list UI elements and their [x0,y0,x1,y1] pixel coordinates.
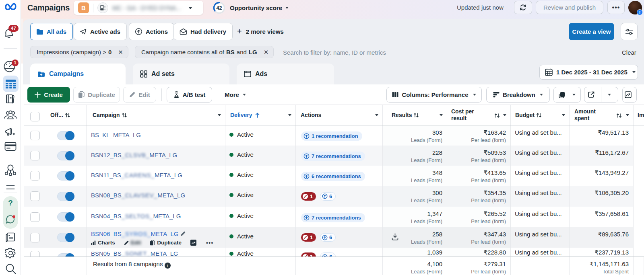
svg-text:42: 42 [217,5,222,11]
